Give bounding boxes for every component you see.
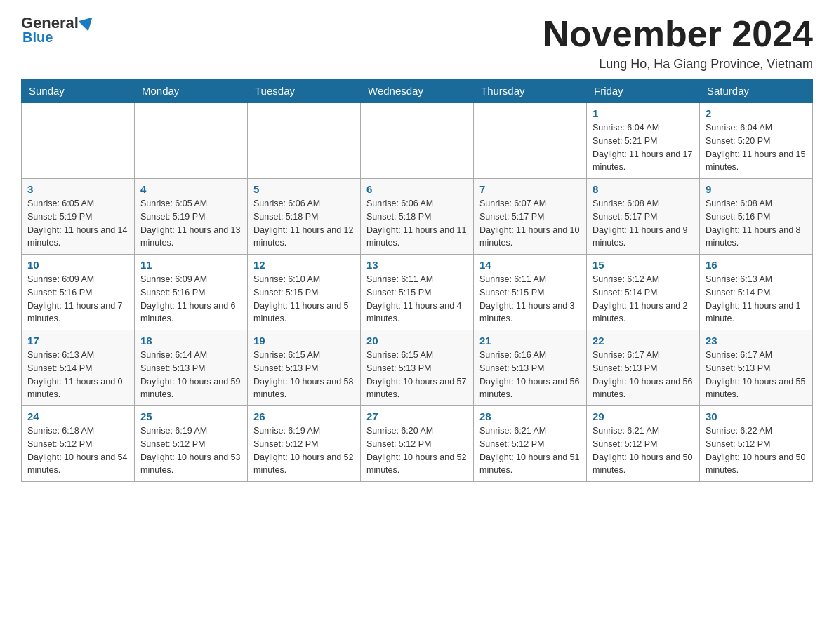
day-info: Sunrise: 6:04 AMSunset: 5:21 PMDaylight:… bbox=[593, 121, 694, 174]
day-number: 28 bbox=[479, 410, 581, 422]
calendar-cell: 28Sunrise: 6:21 AMSunset: 5:12 PMDayligh… bbox=[474, 406, 587, 482]
day-number: 30 bbox=[706, 410, 807, 422]
calendar-week-4: 17Sunrise: 6:13 AMSunset: 5:14 PMDayligh… bbox=[22, 330, 813, 406]
day-number: 22 bbox=[593, 335, 694, 347]
weekday-header-monday: Monday bbox=[135, 79, 248, 103]
day-number: 16 bbox=[706, 259, 807, 271]
calendar-cell: 7Sunrise: 6:07 AMSunset: 5:17 PMDaylight… bbox=[474, 179, 587, 255]
day-number: 24 bbox=[27, 410, 128, 422]
day-info: Sunrise: 6:22 AMSunset: 5:12 PMDaylight:… bbox=[706, 424, 807, 477]
weekday-header-row: SundayMondayTuesdayWednesdayThursdayFrid… bbox=[22, 79, 813, 103]
calendar-week-3: 10Sunrise: 6:09 AMSunset: 5:16 PMDayligh… bbox=[22, 255, 813, 330]
weekday-header-wednesday: Wednesday bbox=[361, 79, 474, 103]
calendar-cell bbox=[361, 103, 474, 179]
calendar-week-2: 3Sunrise: 6:05 AMSunset: 5:19 PMDaylight… bbox=[22, 179, 813, 255]
day-info: Sunrise: 6:08 AMSunset: 5:16 PMDaylight:… bbox=[706, 197, 807, 250]
day-info: Sunrise: 6:04 AMSunset: 5:20 PMDaylight:… bbox=[706, 121, 807, 174]
day-info: Sunrise: 6:06 AMSunset: 5:18 PMDaylight:… bbox=[366, 197, 468, 250]
calendar-cell: 9Sunrise: 6:08 AMSunset: 5:16 PMDaylight… bbox=[700, 179, 813, 255]
day-number: 11 bbox=[140, 259, 241, 271]
day-info: Sunrise: 6:13 AMSunset: 5:14 PMDaylight:… bbox=[706, 273, 807, 326]
day-info: Sunrise: 6:10 AMSunset: 5:15 PMDaylight:… bbox=[253, 273, 355, 326]
day-number: 3 bbox=[27, 183, 128, 195]
calendar-cell: 30Sunrise: 6:22 AMSunset: 5:12 PMDayligh… bbox=[700, 406, 813, 482]
day-info: Sunrise: 6:21 AMSunset: 5:12 PMDaylight:… bbox=[593, 424, 694, 477]
day-number: 10 bbox=[27, 259, 128, 271]
calendar-cell: 26Sunrise: 6:19 AMSunset: 5:12 PMDayligh… bbox=[248, 406, 361, 482]
day-number: 21 bbox=[479, 335, 581, 347]
day-number: 25 bbox=[140, 410, 241, 422]
calendar-cell bbox=[135, 103, 248, 179]
calendar-cell: 10Sunrise: 6:09 AMSunset: 5:16 PMDayligh… bbox=[22, 255, 135, 330]
day-info: Sunrise: 6:07 AMSunset: 5:17 PMDaylight:… bbox=[479, 197, 581, 250]
calendar-cell: 5Sunrise: 6:06 AMSunset: 5:18 PMDaylight… bbox=[248, 179, 361, 255]
day-info: Sunrise: 6:09 AMSunset: 5:16 PMDaylight:… bbox=[140, 273, 241, 326]
day-number: 9 bbox=[706, 183, 807, 195]
day-info: Sunrise: 6:13 AMSunset: 5:14 PMDaylight:… bbox=[27, 349, 128, 401]
day-number: 29 bbox=[593, 410, 694, 422]
day-info: Sunrise: 6:18 AMSunset: 5:12 PMDaylight:… bbox=[27, 424, 128, 477]
day-number: 1 bbox=[593, 107, 694, 119]
day-info: Sunrise: 6:16 AMSunset: 5:13 PMDaylight:… bbox=[479, 349, 581, 401]
calendar-cell: 27Sunrise: 6:20 AMSunset: 5:12 PMDayligh… bbox=[361, 406, 474, 482]
calendar-cell: 25Sunrise: 6:19 AMSunset: 5:12 PMDayligh… bbox=[135, 406, 248, 482]
calendar-cell: 13Sunrise: 6:11 AMSunset: 5:15 PMDayligh… bbox=[361, 255, 474, 330]
month-title: November 2024 bbox=[543, 14, 813, 54]
day-info: Sunrise: 6:19 AMSunset: 5:12 PMDaylight:… bbox=[253, 424, 355, 477]
weekday-header-tuesday: Tuesday bbox=[248, 79, 361, 103]
calendar-cell: 1Sunrise: 6:04 AMSunset: 5:21 PMDaylight… bbox=[587, 103, 700, 179]
calendar-cell: 17Sunrise: 6:13 AMSunset: 5:14 PMDayligh… bbox=[22, 330, 135, 406]
weekday-header-sunday: Sunday bbox=[22, 79, 135, 103]
day-info: Sunrise: 6:17 AMSunset: 5:13 PMDaylight:… bbox=[593, 349, 694, 401]
weekday-header-thursday: Thursday bbox=[474, 79, 587, 103]
day-info: Sunrise: 6:15 AMSunset: 5:13 PMDaylight:… bbox=[366, 349, 468, 401]
day-info: Sunrise: 6:21 AMSunset: 5:12 PMDaylight:… bbox=[479, 424, 581, 477]
location: Lung Ho, Ha Giang Province, Vietnam bbox=[543, 57, 813, 72]
calendar-cell: 14Sunrise: 6:11 AMSunset: 5:15 PMDayligh… bbox=[474, 255, 587, 330]
day-number: 26 bbox=[253, 410, 355, 422]
day-number: 18 bbox=[140, 335, 241, 347]
day-number: 6 bbox=[366, 183, 468, 195]
day-info: Sunrise: 6:05 AMSunset: 5:19 PMDaylight:… bbox=[140, 197, 241, 250]
day-info: Sunrise: 6:09 AMSunset: 5:16 PMDaylight:… bbox=[27, 273, 128, 326]
calendar-cell: 29Sunrise: 6:21 AMSunset: 5:12 PMDayligh… bbox=[587, 406, 700, 482]
calendar-cell: 2Sunrise: 6:04 AMSunset: 5:20 PMDaylight… bbox=[700, 103, 813, 179]
day-number: 15 bbox=[593, 259, 694, 271]
calendar-cell bbox=[248, 103, 361, 179]
day-number: 20 bbox=[366, 335, 468, 347]
day-number: 2 bbox=[706, 107, 807, 119]
calendar-cell bbox=[474, 103, 587, 179]
calendar-cell: 12Sunrise: 6:10 AMSunset: 5:15 PMDayligh… bbox=[248, 255, 361, 330]
day-info: Sunrise: 6:05 AMSunset: 5:19 PMDaylight:… bbox=[27, 197, 128, 250]
calendar-cell: 16Sunrise: 6:13 AMSunset: 5:14 PMDayligh… bbox=[700, 255, 813, 330]
page-header: General Blue November 2024 Lung Ho, Ha G… bbox=[21, 14, 813, 72]
day-info: Sunrise: 6:19 AMSunset: 5:12 PMDaylight:… bbox=[140, 424, 241, 477]
logo-triangle-icon bbox=[79, 13, 98, 32]
day-info: Sunrise: 6:12 AMSunset: 5:14 PMDaylight:… bbox=[593, 273, 694, 326]
day-info: Sunrise: 6:14 AMSunset: 5:13 PMDaylight:… bbox=[140, 349, 241, 401]
day-number: 27 bbox=[366, 410, 468, 422]
day-number: 23 bbox=[706, 335, 807, 347]
calendar-week-1: 1Sunrise: 6:04 AMSunset: 5:21 PMDaylight… bbox=[22, 103, 813, 179]
day-number: 4 bbox=[140, 183, 241, 195]
calendar-cell: 22Sunrise: 6:17 AMSunset: 5:13 PMDayligh… bbox=[587, 330, 700, 406]
weekday-header-saturday: Saturday bbox=[700, 79, 813, 103]
calendar-week-5: 24Sunrise: 6:18 AMSunset: 5:12 PMDayligh… bbox=[22, 406, 813, 482]
logo-subtitle: Blue bbox=[21, 29, 53, 46]
title-section: November 2024 Lung Ho, Ha Giang Province… bbox=[543, 14, 813, 72]
day-number: 14 bbox=[479, 259, 581, 271]
calendar-cell: 8Sunrise: 6:08 AMSunset: 5:17 PMDaylight… bbox=[587, 179, 700, 255]
day-info: Sunrise: 6:15 AMSunset: 5:13 PMDaylight:… bbox=[253, 349, 355, 401]
calendar-cell: 18Sunrise: 6:14 AMSunset: 5:13 PMDayligh… bbox=[135, 330, 248, 406]
day-number: 13 bbox=[366, 259, 468, 271]
logo: General Blue bbox=[21, 14, 95, 46]
calendar-cell: 23Sunrise: 6:17 AMSunset: 5:13 PMDayligh… bbox=[700, 330, 813, 406]
calendar-cell: 6Sunrise: 6:06 AMSunset: 5:18 PMDaylight… bbox=[361, 179, 474, 255]
day-info: Sunrise: 6:11 AMSunset: 5:15 PMDaylight:… bbox=[366, 273, 468, 326]
day-info: Sunrise: 6:20 AMSunset: 5:12 PMDaylight:… bbox=[366, 424, 468, 477]
day-number: 7 bbox=[479, 183, 581, 195]
day-info: Sunrise: 6:06 AMSunset: 5:18 PMDaylight:… bbox=[253, 197, 355, 250]
calendar-cell: 4Sunrise: 6:05 AMSunset: 5:19 PMDaylight… bbox=[135, 179, 248, 255]
calendar-cell: 20Sunrise: 6:15 AMSunset: 5:13 PMDayligh… bbox=[361, 330, 474, 406]
calendar-table: SundayMondayTuesdayWednesdayThursdayFrid… bbox=[21, 79, 813, 482]
